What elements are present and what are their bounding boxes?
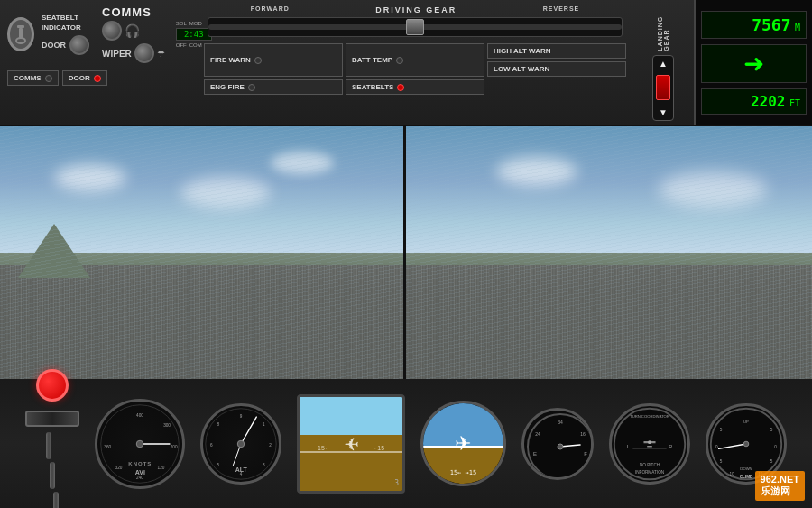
lever-1[interactable] [46,432,51,459]
batt-temp-indicator [396,57,403,64]
svg-text:CLIMB: CLIMB [739,475,752,479]
attitude-markings: 15← →15 [450,469,477,476]
viewport-right [406,126,812,379]
svg-text:F: F [584,451,587,457]
city-right [406,265,812,379]
avi-label: AVI [135,469,145,476]
svg-text:5: 5 [770,459,772,464]
altitude-m-value: 7567 [752,15,790,34]
svg-line-22 [241,417,256,444]
attitude-plane-icon: ✈ [455,432,471,456]
svg-text:2: 2 [270,442,272,447]
cloud-3 [271,152,334,174]
driving-gear-slider[interactable] [208,17,623,37]
door-indicator [94,75,101,82]
gear-arrow-up: ▲ [659,59,668,69]
center-screen: ✈ 3 15← →15 [297,394,405,494]
compass-display: ➜ [701,44,807,83]
low-alt-warn-button[interactable]: LOW ALT WARN [487,61,626,77]
svg-text:E: E [533,451,537,457]
svg-text:6: 6 [210,442,213,447]
sol-label: SOL [176,21,187,26]
svg-text:5: 5 [217,463,220,467]
altitude-m-display: 7567 M [701,11,807,39]
viewport [0,126,812,379]
landing-gear-label: LANDING GEAR [657,4,669,51]
seatbelt-label: SEATBELT INDICATOR [42,14,89,32]
off-label: OFF [176,42,187,48]
batt-temp-button[interactable]: BATT TEMP [346,43,484,77]
compass-arrow-icon: ➜ [743,49,764,79]
eng-fire-indicator [248,84,255,91]
svg-text:5: 5 [770,428,772,432]
svg-text:34: 34 [558,420,563,425]
altitude-m-unit: M [795,23,800,32]
svg-text:R: R [669,443,672,448]
watermark: 962.NET 乐游网 [755,471,805,501]
svg-text:L: L [627,443,630,448]
svg-text:0: 0 [715,444,718,448]
svg-point-2 [16,38,25,43]
gear-handle[interactable] [656,75,670,100]
panel-left: SEATBELT INDICATOR DOOR COMMS 🎧 WIPER ☂ [0,0,198,125]
svg-text:5: 5 [719,459,722,464]
reverse-label: REVERSE [543,5,579,14]
forward-label: FORWARD [251,5,290,14]
svg-text:16: 16 [580,431,586,437]
center-screen-inner: ✈ 3 15← →15 [300,397,402,491]
fire-warn-button[interactable]: FIRE WARN [204,43,343,77]
wiper-label: WIPER [102,49,132,59]
emergency-button[interactable] [36,369,69,402]
seatbelt-row: SEATBELT INDICATOR DOOR COMMS 🎧 WIPER ☂ [7,5,190,63]
umbrella-icon: ☂ [157,49,165,59]
gear-slider-thumb[interactable] [406,19,424,35]
svg-text:24: 24 [535,431,540,437]
comms-knob[interactable] [102,21,122,41]
eng-fire-button[interactable]: ENG FIRE [204,79,343,95]
seatbelts-button[interactable]: SEATBELTS [346,79,484,95]
cloud-4 [496,157,577,186]
landing-gear-control[interactable]: ▲ ▼ [652,55,674,121]
altimeter-display: 7567 M ➜ 2202 FT [695,0,812,125]
svg-text:10: 10 [729,471,734,476]
door-knob[interactable] [69,35,89,55]
city-left [0,265,403,379]
seatbelts-indicator [397,84,404,91]
lever-2[interactable] [50,462,55,489]
cockpit-panel: 400 300 200 120 240 320 360 KNOTS AVI 9 … [0,379,812,508]
svg-text:INFORMATION: INFORMATION [635,469,664,474]
screen-number: 3 [394,479,399,487]
svg-text:360: 360 [105,444,112,448]
altitude-ft-display: 2202 FT [701,88,807,115]
screen-aircraft-icon: ✈ [344,433,359,455]
lever-3[interactable] [53,492,59,509]
svg-text:1: 1 [263,422,265,427]
high-low-warn-col: HIGH ALT WARN LOW ALT WARN [487,43,626,77]
svg-text:NO PITCH: NO PITCH [640,463,660,467]
svg-text:200: 200 [171,444,178,448]
svg-text:3: 3 [263,463,265,467]
screen-mark-left: 15← [318,445,331,451]
svg-point-12 [137,440,144,448]
svg-rect-0 [17,25,24,28]
comms-button[interactable]: COMMS [7,70,59,86]
speedometer-gauge: 400 300 200 120 240 320 360 KNOTS AVI [95,399,185,489]
cloud-2 [180,177,271,208]
attitude-gauge: ✈ 15← →15 [420,401,506,486]
svg-text:TURN COORDINATOR: TURN COORDINATOR [630,414,669,419]
high-alt-warn-button[interactable]: HIGH ALT WARN [487,43,626,59]
svg-text:DOWN: DOWN [740,466,752,470]
turn-gauge: TURN COORDINATOR L R NO PITCH INFORMATIO… [609,403,690,485]
door-label: DOOR [42,41,66,50]
door-button[interactable]: DOOR [62,70,107,86]
svg-text:8: 8 [217,422,220,427]
comms-title: COMMS [102,5,165,19]
svg-text:120: 120 [158,466,165,470]
fuel-gauge: 34 16 24 E F [521,408,594,480]
gear-labels-row: FORWARD DRIVING GEAR REVERSE [208,5,623,14]
svg-text:240: 240 [136,476,143,480]
wiper-knob[interactable] [134,43,154,63]
svg-text:320: 320 [115,466,123,470]
alt-gauge-label: ALT [235,466,247,473]
top-panel: SEATBELT INDICATOR DOOR COMMS 🎧 WIPER ☂ [0,0,812,126]
